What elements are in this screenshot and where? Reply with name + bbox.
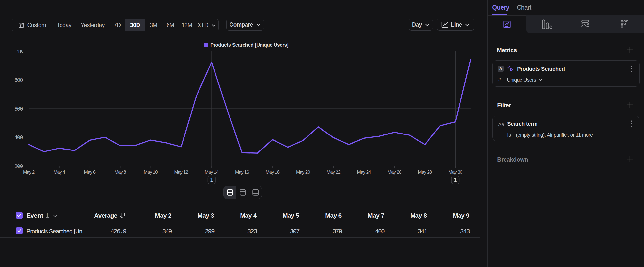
svg-text:May 10: May 10 bbox=[144, 169, 158, 175]
svg-text:200: 200 bbox=[14, 164, 23, 170]
svg-text:May 22: May 22 bbox=[326, 169, 340, 175]
svg-text:400: 400 bbox=[14, 135, 23, 141]
svg-text:May 4: May 4 bbox=[54, 169, 66, 175]
svg-text:May 30: May 30 bbox=[448, 169, 462, 175]
svg-text:May 2: May 2 bbox=[23, 169, 35, 175]
svg-text:600: 600 bbox=[14, 106, 23, 112]
svg-text:May 6: May 6 bbox=[84, 169, 96, 175]
svg-text:1: 1 bbox=[454, 177, 457, 183]
svg-text:May 12: May 12 bbox=[174, 169, 188, 175]
svg-text:800: 800 bbox=[14, 77, 23, 84]
svg-text:May 8: May 8 bbox=[114, 169, 126, 175]
svg-text:1K: 1K bbox=[17, 49, 23, 55]
svg-text:1: 1 bbox=[210, 177, 213, 183]
svg-text:May 26: May 26 bbox=[388, 169, 402, 175]
svg-text:May 14: May 14 bbox=[205, 169, 219, 175]
svg-text:May 18: May 18 bbox=[266, 169, 280, 175]
svg-text:May 16: May 16 bbox=[235, 169, 249, 175]
svg-text:May 24: May 24 bbox=[357, 169, 371, 175]
svg-text:May 28: May 28 bbox=[418, 169, 432, 175]
svg-text:May 20: May 20 bbox=[296, 169, 310, 175]
